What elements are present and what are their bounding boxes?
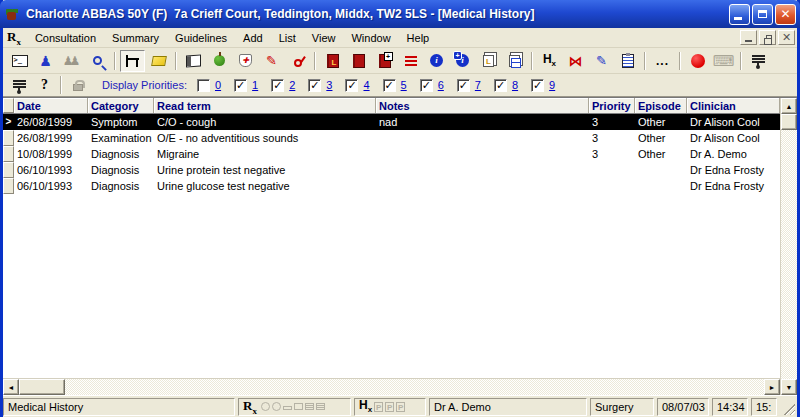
table-row[interactable]: > 26/08/1999 Symptom C/O - cough nad 3 O…: [3, 114, 780, 130]
journal-button[interactable]: [181, 50, 206, 72]
table-row[interactable]: 10/08/1999 Diagnosis Migraine 3 Other Dr…: [3, 146, 780, 162]
edit-button[interactable]: ✎: [589, 50, 614, 72]
row-selector-button[interactable]: [3, 130, 14, 146]
row-selector-button[interactable]: >: [3, 114, 14, 130]
filter-button[interactable]: [746, 50, 771, 72]
rx-system-menu-icon[interactable]: Rx: [7, 29, 21, 47]
minimize-button[interactable]: [729, 4, 750, 25]
book-l-button[interactable]: [320, 50, 345, 72]
column-header-read-term[interactable]: Read term: [154, 98, 376, 113]
context-help-button[interactable]: ?: [32, 74, 57, 96]
table-row[interactable]: 26/08/1999 Examination O/E - no adventit…: [3, 130, 780, 146]
priority-label-9[interactable]: 9: [549, 79, 555, 91]
vertical-scrollbar[interactable]: ▲ ▼: [780, 98, 797, 395]
column-header-category[interactable]: Category: [88, 98, 154, 113]
prescribe-button[interactable]: ✎: [259, 50, 284, 72]
mdi-minimize-button[interactable]: [740, 30, 757, 45]
filter-button-2[interactable]: [7, 74, 32, 96]
info-add-button[interactable]: [450, 50, 475, 72]
menu-help[interactable]: Help: [399, 30, 438, 46]
maximize-button[interactable]: [752, 4, 773, 25]
priority-label-7[interactable]: 7: [475, 79, 481, 91]
medical-shield-icon: [239, 54, 252, 67]
immunisations-button[interactable]: [233, 50, 258, 72]
examination-couch-button[interactable]: [120, 50, 145, 72]
app-icon[interactable]: [5, 6, 22, 23]
menu-add[interactable]: Add: [235, 30, 271, 46]
red-book-add-icon: [379, 54, 391, 68]
column-header-notes[interactable]: Notes: [376, 98, 589, 113]
book-button[interactable]: [346, 50, 371, 72]
scroll-left-button[interactable]: ◄: [3, 379, 19, 395]
priority-checkbox-6[interactable]: [420, 79, 433, 92]
health-promotion-button[interactable]: [207, 50, 232, 72]
priority-checkbox-5[interactable]: [383, 79, 396, 92]
history-button[interactable]: Hx: [537, 50, 562, 72]
info-button[interactable]: [424, 50, 449, 72]
priority-checkbox-0[interactable]: [197, 79, 210, 92]
priority-checkbox-7[interactable]: [457, 79, 470, 92]
record-button[interactable]: [685, 50, 710, 72]
table-row[interactable]: 06/10/1993 Diagnosis Urine protein test …: [3, 162, 780, 178]
cell-clinician: Dr Alison Cool: [687, 114, 780, 130]
mdi-close-button[interactable]: ✕: [778, 30, 795, 45]
priority-checkbox-2[interactable]: [271, 79, 284, 92]
family-button[interactable]: ♟♟: [59, 50, 84, 72]
examination-button[interactable]: [285, 50, 310, 72]
scroll-down-button[interactable]: ▼: [781, 379, 797, 395]
table-row[interactable]: 06/10/1993 Diagnosis Urine glucose test …: [3, 178, 780, 194]
consultation-notes-button[interactable]: [7, 50, 32, 72]
blue-pen-icon: ✎: [596, 54, 607, 67]
lock-button[interactable]: [65, 74, 90, 96]
menu-window[interactable]: Window: [343, 30, 398, 46]
vertical-scroll-thumb[interactable]: [781, 114, 797, 130]
horizontal-scrollbar[interactable]: ◄ ►: [3, 378, 780, 395]
column-header-clinician[interactable]: Clinician: [687, 98, 780, 113]
pages-l-button[interactable]: [476, 50, 501, 72]
cell-notes: [376, 178, 589, 194]
priority-label-8[interactable]: 8: [512, 79, 518, 91]
links-button[interactable]: ⋈: [563, 50, 588, 72]
priority-label-4[interactable]: 4: [363, 79, 369, 91]
menu-guidelines[interactable]: Guidelines: [167, 30, 235, 46]
priority-checkbox-8[interactable]: [494, 79, 507, 92]
priority-label-1[interactable]: 1: [252, 79, 258, 91]
next-patient-button[interactable]: ♟: [33, 50, 58, 72]
priority-label-3[interactable]: 3: [326, 79, 332, 91]
column-header-priority[interactable]: Priority: [589, 98, 635, 113]
column-header-episode[interactable]: Episode: [635, 98, 687, 113]
row-selector-button[interactable]: [3, 178, 14, 194]
problem-list-button[interactable]: [398, 50, 423, 72]
priority-label-0[interactable]: 0: [215, 79, 221, 91]
priority-label-6[interactable]: 6: [438, 79, 444, 91]
pages-grid-button[interactable]: [502, 50, 527, 72]
priority-checkbox-4[interactable]: [345, 79, 358, 92]
menu-list[interactable]: List: [271, 30, 304, 46]
priority-label-5[interactable]: 5: [401, 79, 407, 91]
book-add-button[interactable]: [372, 50, 397, 72]
more-options-button[interactable]: ...: [650, 50, 675, 72]
row-selector-button[interactable]: [3, 146, 14, 162]
vertical-scroll-track[interactable]: [781, 130, 797, 379]
priority-checkbox-9[interactable]: [531, 79, 544, 92]
horizontal-scroll-thumb[interactable]: [19, 379, 65, 395]
menu-consultation[interactable]: Consultation: [27, 30, 104, 46]
column-header-date[interactable]: Date: [14, 98, 88, 113]
close-button[interactable]: ✕: [775, 4, 796, 25]
clipboard-button[interactable]: [615, 50, 640, 72]
note-button[interactable]: [146, 50, 171, 72]
keyboard-button[interactable]: ⌨: [711, 50, 736, 72]
priority-label-2[interactable]: 2: [289, 79, 295, 91]
lock-icon: [73, 84, 83, 91]
menu-summary[interactable]: Summary: [104, 30, 167, 46]
priority-checkbox-1[interactable]: [234, 79, 247, 92]
scroll-up-button[interactable]: ▲: [781, 98, 797, 114]
horizontal-scroll-track[interactable]: [65, 379, 764, 395]
priority-checkbox-3[interactable]: [308, 79, 321, 92]
row-selector-button[interactable]: [3, 162, 14, 178]
scroll-right-button[interactable]: ►: [764, 379, 780, 395]
resize-grip[interactable]: [781, 401, 795, 415]
find-patient-button[interactable]: [85, 50, 110, 72]
mdi-restore-button[interactable]: [759, 30, 776, 45]
menu-view[interactable]: View: [304, 30, 344, 46]
